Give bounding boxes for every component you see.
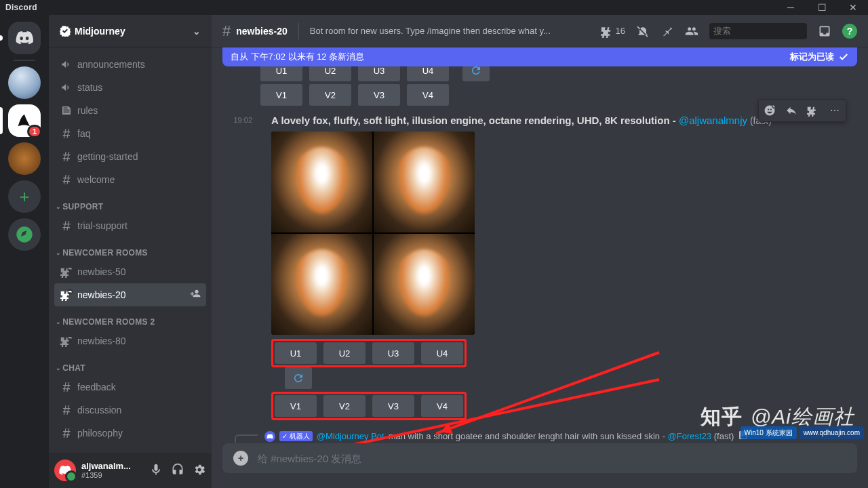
mj-button-u2[interactable]: U2: [309, 66, 351, 81]
message-input[interactable]: [258, 453, 846, 464]
category-header[interactable]: ⌄ CHAT: [54, 352, 212, 375]
pinned-button[interactable]: [660, 24, 674, 38]
invite-icon[interactable]: [190, 288, 201, 302]
user-info[interactable]: aljwanalm... #1359: [81, 461, 144, 481]
hash-msg-icon: [60, 289, 73, 301]
headset-icon: [171, 463, 184, 476]
image-tile: [374, 234, 475, 335]
channel-topic[interactable]: Bot room for new users. Type /imagine th…: [310, 26, 595, 36]
channel-item[interactable]: #faq: [54, 122, 206, 145]
thread-icon: [807, 104, 819, 117]
channel-list[interactable]: announcementsstatusrules#faq#getting-sta…: [49, 47, 212, 453]
reroll-button[interactable]: [285, 367, 312, 389]
channel-item[interactable]: status: [54, 76, 206, 99]
mj-button-u1[interactable]: U1: [260, 66, 302, 81]
mj-button-v4[interactable]: V4: [407, 84, 449, 106]
user-avatar[interactable]: [54, 460, 76, 481]
chat-main: # newbies-20 Bot room for new users. Typ…: [212, 15, 868, 488]
channel-item[interactable]: announcements: [54, 53, 206, 76]
add-reaction-button[interactable]: [759, 100, 781, 121]
add-server-button[interactable]: +: [8, 180, 41, 213]
image-tile: [374, 131, 475, 232]
channel-item[interactable]: newbies-50: [54, 260, 206, 283]
minimize-button[interactable]: ─: [781, 2, 800, 13]
close-button[interactable]: ✕: [844, 2, 863, 13]
mj-button-v1[interactable]: V1: [275, 395, 317, 417]
channel-item[interactable]: #discussion: [54, 399, 206, 422]
category-header[interactable]: ⌄ SUPPORT: [54, 191, 212, 214]
more-button[interactable]: ⋯: [824, 100, 846, 121]
thread-button[interactable]: [802, 100, 824, 121]
mj-button-u4[interactable]: U4: [407, 66, 449, 81]
new-messages-bar[interactable]: 自从 下午7:02 以来有 12 条新消息 标记为已读: [222, 47, 857, 66]
mj-button-v4[interactable]: V4: [421, 395, 463, 417]
members-button[interactable]: [685, 24, 698, 38]
channel-item[interactable]: #philosophy: [54, 422, 206, 445]
user-mention[interactable]: @aljwanalmnjy: [679, 115, 747, 126]
guild-item[interactable]: [8, 142, 41, 175]
thread-count: 16: [616, 26, 625, 36]
inbox-button[interactable]: [818, 24, 831, 38]
maximize-button[interactable]: ☐: [812, 2, 831, 13]
reroll-button[interactable]: [462, 66, 490, 81]
guild-item[interactable]: [8, 66, 41, 99]
mj-button-v3[interactable]: V3: [358, 84, 400, 106]
mj-button-v3[interactable]: V3: [372, 395, 414, 417]
help-button[interactable]: ?: [842, 24, 857, 39]
bell-off-icon: [636, 24, 650, 38]
chat-header: # newbies-20 Bot room for new users. Typ…: [212, 15, 868, 47]
channel-item[interactable]: newbies-20: [54, 283, 206, 306]
mj-button-v1[interactable]: V1: [260, 84, 302, 106]
verified-icon: [60, 26, 71, 37]
mj-button-v2[interactable]: V2: [323, 395, 366, 417]
mj-button-u3[interactable]: U3: [372, 342, 414, 364]
mark-read-icon: [838, 52, 849, 62]
inbox-icon: [818, 24, 831, 38]
guild-item-active[interactable]: 1: [8, 104, 41, 137]
megaphone-icon: [60, 81, 73, 94]
search-box[interactable]: [709, 23, 807, 39]
threads-button[interactable]: 16: [601, 24, 625, 38]
channel-item[interactable]: #feedback: [54, 375, 206, 399]
hash-icon: #: [60, 149, 73, 165]
channel-item[interactable]: #welcome: [54, 168, 206, 191]
guild-badge: 1: [27, 125, 42, 138]
explore-button[interactable]: [8, 218, 41, 251]
reply-spine: [235, 434, 258, 443]
generated-image-grid[interactable]: [271, 131, 475, 335]
new-messages-text: 自从 下午7:02 以来有 12 条新消息: [231, 51, 364, 63]
reply-button[interactable]: [781, 100, 802, 121]
home-button[interactable]: [8, 22, 41, 54]
mj-button-u1[interactable]: U1: [275, 342, 317, 364]
channel-sidebar: Midjourney ⌄ announcementsstatusrules#fa…: [49, 15, 212, 488]
mute-mic-button[interactable]: [149, 463, 163, 479]
discord-logo-icon: [58, 466, 72, 475]
channel-item[interactable]: #trial-support: [54, 214, 206, 237]
mj-button-u4[interactable]: U4: [421, 342, 463, 364]
mark-read-button[interactable]: 标记为已读: [790, 51, 849, 63]
attach-button[interactable]: +: [233, 451, 248, 466]
chevron-down-icon: ⌄: [193, 26, 201, 37]
mj-button-u3[interactable]: U3: [358, 66, 400, 81]
message-list[interactable]: U1U2U3U4 V1V2V3V4 ⋯ 19:02 A lovely fox, …: [212, 66, 868, 443]
user-panel: aljwanalm... #1359: [49, 453, 212, 488]
threads-icon: [601, 24, 614, 38]
message-input-box[interactable]: +: [222, 443, 857, 473]
mj-button-v2[interactable]: V2: [309, 84, 351, 106]
channel-item[interactable]: rules: [54, 99, 206, 122]
titlebar: Discord ─ ☐ ✕: [0, 0, 868, 15]
mj-button-u2[interactable]: U2: [323, 342, 366, 364]
reply-reference[interactable]: ✓ 机器人 @Midjourney Bot man with a short g…: [260, 424, 857, 443]
category-header[interactable]: ⌄ NEWCOMER ROOMS: [54, 237, 212, 260]
search-input[interactable]: [713, 26, 827, 36]
server-header[interactable]: Midjourney ⌄: [49, 15, 212, 47]
category-header[interactable]: ⌄ NEWCOMER ROOMS 2: [54, 306, 212, 329]
highlighted-upscale-row: U1U2U3U4: [271, 339, 467, 367]
settings-button[interactable]: [193, 463, 206, 479]
mute-channel-button[interactable]: [636, 24, 650, 38]
channel-item[interactable]: newbies-80: [54, 329, 206, 352]
deafen-button[interactable]: [171, 463, 184, 479]
channel-item[interactable]: #getting-started: [54, 145, 206, 168]
window-controls: ─ ☐ ✕: [781, 2, 863, 13]
discord-logo-icon: [15, 28, 34, 47]
